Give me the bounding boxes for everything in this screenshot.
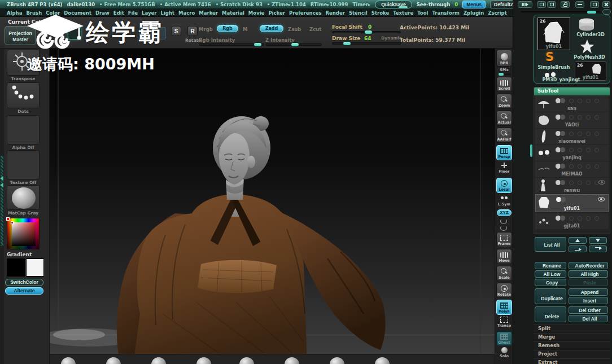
subtool-row-xiaomawei[interactable]: xiaomawei bbox=[535, 129, 609, 145]
cylinder-icon[interactable] bbox=[577, 17, 596, 31]
visibility-toggle[interactable] bbox=[556, 98, 566, 103]
stroke-dots-button[interactable] bbox=[7, 82, 40, 108]
scale-button[interactable]: Scale bbox=[496, 266, 512, 281]
subtool-row-san[interactable]: san bbox=[535, 96, 609, 112]
tray-thumb-icon[interactable] bbox=[61, 357, 76, 364]
zsub-button[interactable]: Zsub bbox=[288, 27, 301, 32]
see-through-label[interactable]: See-through bbox=[417, 2, 451, 7]
star-icon[interactable] bbox=[579, 39, 595, 55]
menu-texture[interactable]: Texture bbox=[393, 10, 413, 16]
section-split[interactable]: Split bbox=[534, 324, 610, 332]
draw-mode-button[interactable] bbox=[154, 27, 166, 40]
menu-edit[interactable]: Edit bbox=[113, 10, 124, 16]
persp-button[interactable]: Persp bbox=[496, 145, 512, 160]
menu-layer[interactable]: Layer bbox=[142, 10, 156, 16]
tool-item-pm3d-yanjingt[interactable]: PM3D_yanjingt bbox=[534, 77, 588, 82]
zcut-button[interactable]: Zcut bbox=[309, 27, 321, 32]
section-project[interactable]: Project bbox=[534, 350, 610, 358]
section-remesh[interactable]: Remesh bbox=[534, 341, 610, 349]
color-picker[interactable] bbox=[7, 218, 40, 249]
current-color-swatch[interactable] bbox=[68, 27, 81, 40]
spix-slider[interactable] bbox=[497, 73, 511, 75]
move-out-up-button[interactable] bbox=[569, 245, 587, 252]
menu-material[interactable]: Material bbox=[222, 10, 244, 16]
rgb-intensity-slider[interactable] bbox=[199, 43, 264, 46]
tray-thumb-icon[interactable] bbox=[151, 357, 166, 364]
secondary-color-swatch[interactable] bbox=[26, 258, 44, 277]
frame-button[interactable]: Frame bbox=[496, 232, 512, 247]
tool-item-cylinder3d[interactable]: Cylinder3D bbox=[571, 32, 610, 37]
bpr-button[interactable]: BPR bbox=[496, 50, 512, 67]
spin-ccw-icon[interactable] bbox=[500, 218, 507, 224]
subtool-row-yaoti[interactable]: YAOti bbox=[535, 112, 609, 129]
del-all-button[interactable]: Del All bbox=[569, 315, 608, 322]
bottom-thumbnail-tray[interactable] bbox=[50, 354, 495, 364]
tray-thumb-icon[interactable] bbox=[196, 357, 211, 364]
menu-document[interactable]: Document bbox=[64, 10, 91, 16]
polyframe-button[interactable]: PolyF bbox=[496, 300, 512, 315]
subtool-row-yifu01-selected[interactable]: yifu01 bbox=[535, 194, 609, 212]
alpha-button[interactable] bbox=[7, 115, 40, 144]
projection-master-button[interactable]: Projection Master bbox=[5, 26, 36, 45]
tray-divider-icon[interactable] bbox=[518, 1, 532, 8]
menu-movie[interactable]: Movie bbox=[248, 10, 265, 16]
subtool-row-yanjing[interactable]: yanjing bbox=[535, 145, 609, 161]
subtool-row-gjta01[interactable]: gjta01 bbox=[535, 213, 609, 230]
z-intensity-slider[interactable] bbox=[265, 43, 322, 46]
lsym-button[interactable]: L.Sym bbox=[496, 195, 512, 207]
menu-transform[interactable]: Transform bbox=[432, 10, 460, 16]
move-down-button[interactable] bbox=[589, 237, 607, 244]
floor-button[interactable]: Floor bbox=[496, 162, 512, 174]
menu-render[interactable]: Render bbox=[326, 10, 345, 16]
visibility-toggle[interactable] bbox=[556, 180, 566, 185]
menu-marker[interactable]: Marker bbox=[199, 10, 218, 16]
rotate-mode-button[interactable]: R bbox=[187, 26, 198, 36]
menu-zplugin[interactable]: Zplugin bbox=[464, 10, 484, 16]
scroll-button[interactable]: Scroll bbox=[496, 77, 512, 92]
restore-icon[interactable] bbox=[590, 1, 599, 8]
subtool-row-renwu[interactable]: renwu bbox=[535, 178, 609, 194]
tray-thumb-icon[interactable] bbox=[239, 357, 254, 364]
dock-left-icon[interactable] bbox=[537, 1, 546, 8]
rgb-button[interactable]: Rgb bbox=[217, 25, 238, 32]
alternate-button[interactable]: Alternate bbox=[5, 287, 43, 295]
menu-preferences[interactable]: Preferences bbox=[289, 10, 322, 16]
visibility-toggle[interactable] bbox=[556, 131, 566, 136]
eye-icon[interactable] bbox=[598, 197, 605, 201]
mrgb-button[interactable]: Mrgb bbox=[199, 27, 213, 32]
visibility-toggle[interactable] bbox=[556, 164, 566, 169]
menu-draw[interactable]: Draw bbox=[95, 10, 110, 16]
draw-size-slider[interactable] bbox=[332, 42, 401, 45]
paste-button[interactable]: Paste bbox=[569, 279, 608, 286]
menu-picker[interactable]: Picker bbox=[268, 10, 285, 16]
solo-button[interactable]: Solo bbox=[496, 347, 512, 358]
focal-shift-slider[interactable] bbox=[332, 31, 401, 33]
dock-right-icon[interactable] bbox=[547, 1, 556, 8]
menu-color[interactable]: Color bbox=[46, 10, 60, 16]
move-out-down-button[interactable] bbox=[589, 245, 607, 252]
edit-mode-button[interactable] bbox=[139, 27, 151, 40]
subtool-scroll-indicator[interactable] bbox=[530, 144, 532, 157]
append-button[interactable]: Append bbox=[569, 288, 608, 296]
subtool-header[interactable]: SubTool bbox=[534, 87, 610, 95]
eye-icon[interactable] bbox=[598, 180, 605, 185]
visibility-toggle[interactable] bbox=[556, 216, 566, 221]
menu-light[interactable]: Light bbox=[161, 10, 175, 16]
close-icon[interactable] bbox=[602, 1, 610, 8]
copy-button[interactable]: Copy bbox=[535, 279, 566, 286]
tray-edge[interactable] bbox=[0, 49, 4, 364]
gradient-label[interactable]: Gradient bbox=[7, 252, 46, 257]
spix-button[interactable]: SPix bbox=[496, 68, 512, 72]
zadd-button[interactable]: Zadd bbox=[260, 25, 283, 32]
switch-color-button[interactable]: SwitchColor bbox=[5, 279, 43, 286]
delete-button[interactable]: Delete bbox=[535, 306, 566, 322]
tool-item-polymesh3d[interactable]: PolyMesh3D bbox=[569, 55, 610, 60]
tray-thumb-icon[interactable] bbox=[285, 357, 299, 364]
saturation-square[interactable] bbox=[12, 222, 36, 246]
aahalf-button[interactable]: AAHalf bbox=[496, 128, 512, 143]
menu-file[interactable]: File bbox=[128, 10, 138, 16]
menus-button[interactable]: Menus bbox=[462, 1, 486, 8]
menu-macro[interactable]: Macro bbox=[178, 10, 195, 16]
menu-stroke[interactable]: Stroke bbox=[371, 10, 389, 16]
tool-item-simplebrush[interactable]: SimpleBrush bbox=[534, 65, 574, 70]
